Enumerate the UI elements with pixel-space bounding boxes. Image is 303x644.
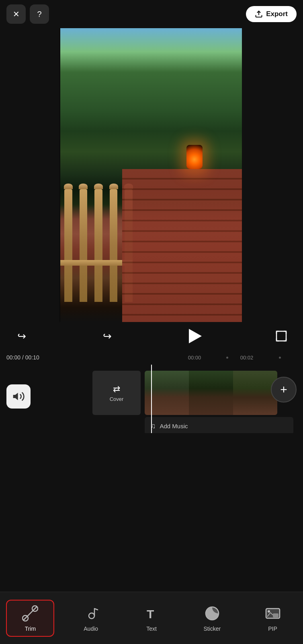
fullscreen-corners-icon: [275, 330, 288, 343]
cover-clip-button[interactable]: ⇄ Cover: [92, 371, 141, 415]
sticker-icon: [203, 605, 221, 622]
help-button[interactable]: ?: [30, 4, 49, 24]
video-frame: [60, 28, 243, 322]
brick-wall: [122, 169, 243, 322]
svg-line-4: [24, 607, 37, 620]
close-button[interactable]: ✕: [6, 4, 26, 24]
fence-post: [64, 189, 72, 302]
play-button[interactable]: [184, 326, 205, 347]
undo-icon: ↩: [17, 330, 26, 343]
text-label: Text: [146, 625, 157, 632]
add-clip-button[interactable]: +: [271, 377, 297, 402]
redo-button[interactable]: ↪: [98, 327, 116, 345]
svg-point-7: [89, 613, 94, 619]
fullscreen-button[interactable]: [272, 327, 290, 345]
audio-icon: [82, 605, 100, 622]
time-display: 00:00 / 00:10: [6, 354, 39, 361]
upload-icon: [255, 10, 263, 18]
add-music-button[interactable]: ♫ Add Music: [145, 417, 293, 433]
export-button[interactable]: Export: [246, 6, 297, 22]
export-label: Export: [266, 10, 288, 18]
header: ✕ ? Export: [0, 0, 303, 28]
strip-frame-2: [189, 371, 233, 415]
cover-label: Cover: [110, 396, 124, 402]
pip-label: PIP: [268, 625, 277, 632]
audio-label: Audio: [84, 625, 98, 632]
time-marker-1: 00:00: [188, 355, 201, 361]
controls-bar: ↩ ↪: [0, 322, 303, 350]
svg-point-12: [268, 610, 270, 613]
fence-post: [80, 189, 88, 302]
fence-post: [94, 189, 102, 302]
timeline-area: ⇄ Cover + ♫ Add Music: [0, 365, 303, 433]
time-marker-2: 00:02: [240, 355, 254, 361]
side-panel-right: [242, 28, 303, 322]
header-left: ✕ ?: [6, 4, 49, 24]
text-icon: T: [143, 605, 160, 622]
add-music-label: Add Music: [160, 423, 188, 429]
play-icon: [189, 329, 202, 343]
add-clip-icon: +: [280, 383, 287, 396]
lantern: [186, 145, 203, 169]
audio-volume-button[interactable]: [6, 384, 31, 409]
time-dot-2: [279, 357, 281, 359]
undo-button[interactable]: ↩: [13, 327, 31, 345]
redo-icon: ↪: [103, 330, 112, 343]
fence-rail: [60, 260, 133, 266]
video-strip[interactable]: [145, 371, 277, 415]
tool-trim[interactable]: Trim: [6, 600, 54, 637]
trim-icon: [21, 605, 39, 622]
lantern-glow: [186, 145, 203, 169]
time-markers: 00:00 00:02: [39, 350, 297, 365]
side-panel-left: [0, 28, 59, 322]
bottom-toolbar: Trim Audio T Text Sticker: [0, 592, 303, 644]
svg-text:T: T: [147, 607, 154, 621]
video-preview: [0, 28, 303, 322]
svg-rect-11: [273, 613, 278, 617]
tool-audio[interactable]: Audio: [67, 601, 115, 636]
cover-swap-icon: ⇄: [113, 384, 120, 394]
tool-sticker[interactable]: Sticker: [188, 601, 236, 636]
playhead: [151, 365, 152, 433]
time-dot-1: [226, 357, 228, 359]
volume-icon: [12, 390, 25, 403]
sticker-label: Sticker: [203, 625, 221, 632]
fence-posts: [60, 189, 133, 302]
time-bar: 00:00 / 00:10 00:00 00:02: [0, 350, 303, 365]
tool-text[interactable]: T Text: [127, 601, 176, 636]
fence-post: [110, 189, 118, 302]
pip-icon: [264, 605, 282, 622]
tool-pip[interactable]: PIP: [249, 601, 297, 636]
strip-frame-3: [233, 371, 277, 415]
help-icon: ?: [37, 10, 41, 19]
trim-label: Trim: [25, 625, 36, 632]
close-icon: ✕: [13, 9, 20, 19]
